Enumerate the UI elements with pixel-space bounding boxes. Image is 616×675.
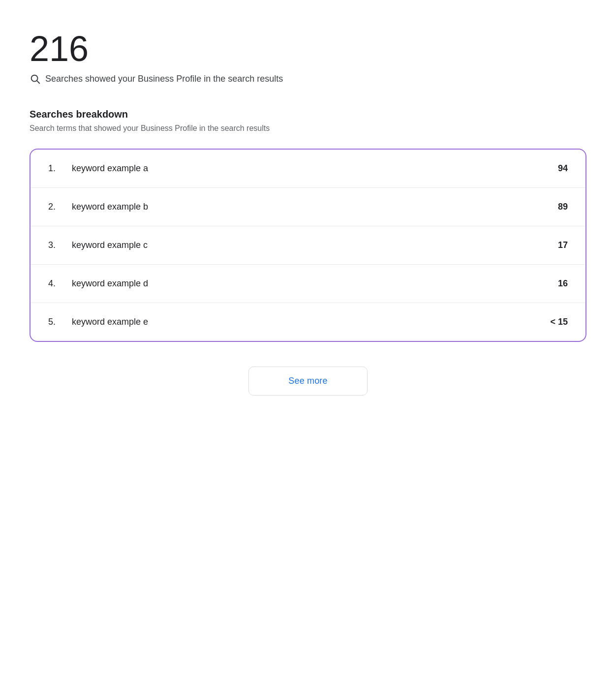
keyword-count: < 15	[550, 317, 568, 327]
keyword-left: 5.keyword example e	[48, 317, 148, 327]
keyword-count: 89	[558, 202, 568, 212]
breakdown-subtitle: Search terms that showed your Business P…	[30, 124, 586, 133]
keyword-count: 17	[558, 240, 568, 250]
keyword-rank: 5.	[48, 317, 62, 327]
keyword-rank: 1.	[48, 163, 62, 174]
keyword-row: 4.keyword example d16	[31, 265, 585, 303]
keyword-table: 1.keyword example a942.keyword example b…	[30, 149, 586, 342]
keyword-left: 3.keyword example c	[48, 240, 148, 250]
keyword-name: keyword example a	[72, 163, 148, 174]
svg-line-1	[37, 81, 39, 83]
keyword-row: 1.keyword example a94	[31, 150, 585, 188]
keyword-rank: 4.	[48, 278, 62, 289]
keyword-row: 5.keyword example e< 15	[31, 303, 585, 341]
keyword-rank: 2.	[48, 202, 62, 212]
keyword-left: 4.keyword example d	[48, 278, 148, 289]
keyword-row: 3.keyword example c17	[31, 226, 585, 265]
metric-number: 216	[30, 30, 586, 68]
search-icon	[30, 73, 40, 84]
keyword-name: keyword example c	[72, 240, 148, 250]
keyword-left: 2.keyword example b	[48, 202, 148, 212]
keyword-left: 1.keyword example a	[48, 163, 148, 174]
metric-description-text: Searches showed your Business Profile in…	[45, 74, 283, 84]
keyword-count: 16	[558, 278, 568, 289]
see-more-button[interactable]: See more	[248, 367, 367, 396]
breakdown-title: Searches breakdown	[30, 109, 586, 120]
see-more-container: See more	[30, 367, 586, 396]
keyword-name: keyword example b	[72, 202, 148, 212]
keyword-name: keyword example e	[72, 317, 148, 327]
keyword-row: 2.keyword example b89	[31, 188, 585, 226]
metric-description-row: Searches showed your Business Profile in…	[30, 73, 586, 84]
keyword-rank: 3.	[48, 240, 62, 250]
keyword-count: 94	[558, 163, 568, 174]
keyword-name: keyword example d	[72, 278, 148, 289]
